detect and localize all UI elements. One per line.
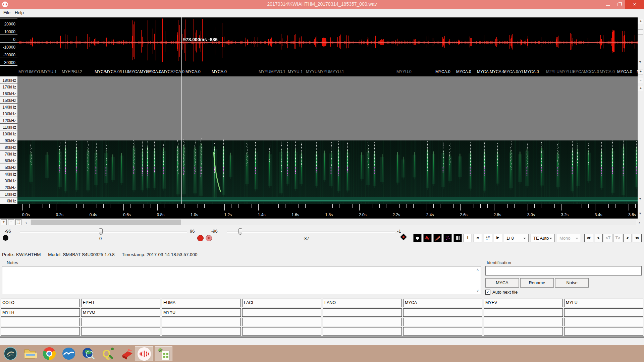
waveform-canvas[interactable] xyxy=(17,17,638,68)
scrollbar-track[interactable] xyxy=(30,220,636,225)
species-grid-cell[interactable] xyxy=(403,318,482,326)
species-grid-cell[interactable]: COTO xyxy=(1,299,80,307)
pink-indicator[interactable] xyxy=(206,235,212,241)
species-grid-cell[interactable] xyxy=(242,308,321,317)
scroll-down-icon[interactable]: ∨ xyxy=(476,289,479,293)
page-select[interactable]: 1/ 8 xyxy=(504,234,529,242)
nav-button-5[interactable]: ≫ xyxy=(633,234,642,242)
te-mode-select[interactable]: TE Auto xyxy=(531,234,555,242)
species-grid-cell[interactable]: MYLU xyxy=(564,299,643,307)
spectrogram-scroll-down-icon[interactable]: ▼ xyxy=(639,197,642,200)
label-row-add-button[interactable]: + xyxy=(638,69,643,74)
chrome-button[interactable] xyxy=(42,346,57,361)
identification-input[interactable] xyxy=(485,266,642,276)
species-grid-cell[interactable]: EPFU xyxy=(81,299,160,307)
amp-tick-line xyxy=(0,65,17,66)
black-indicator[interactable] xyxy=(3,235,8,241)
gain-slider-thumb[interactable] xyxy=(99,228,103,235)
scrollbar-thumb[interactable] xyxy=(31,220,181,225)
openoffice-button[interactable] xyxy=(61,346,76,361)
house-app-button[interactable] xyxy=(155,346,172,361)
threshold-slider-track[interactable] xyxy=(227,231,395,233)
waveform-view-button[interactable] xyxy=(423,234,432,242)
species-grid-cell[interactable] xyxy=(564,318,643,326)
bars-view-button[interactable] xyxy=(453,234,462,242)
species-grid-cell[interactable] xyxy=(564,308,643,317)
alpha-button[interactable]: ∝ xyxy=(474,234,482,242)
restore-button[interactable] xyxy=(614,0,625,9)
species-grid-cell[interactable]: MYTH xyxy=(1,308,80,317)
species-grid-cell[interactable] xyxy=(81,318,160,326)
globe-app-button[interactable] xyxy=(80,346,96,361)
species-grid-cell[interactable] xyxy=(242,318,321,326)
zoom-selection-button[interactable]: ⬚ xyxy=(15,219,21,225)
sweep-view-button[interactable] xyxy=(433,234,442,242)
start-button[interactable] xyxy=(3,346,18,361)
sketchup-button[interactable] xyxy=(119,346,135,361)
species-grid-cell[interactable]: MYYU xyxy=(162,308,241,317)
scroll-left-icon[interactable]: ‹ xyxy=(25,220,27,225)
play-button[interactable]: ▶ xyxy=(494,234,502,242)
species-grid-cell[interactable] xyxy=(403,308,482,317)
waveform-zoom-in-button[interactable]: + xyxy=(638,19,643,24)
kaleidoscope-app-button[interactable] xyxy=(135,346,153,361)
species-grid-cell[interactable] xyxy=(484,327,563,336)
species-grid-cell[interactable] xyxy=(1,327,80,336)
rename-button[interactable]: Rename xyxy=(520,278,554,288)
spectrogram-zoom-in-button[interactable]: + xyxy=(638,86,643,91)
species-grid-cell[interactable] xyxy=(81,327,160,336)
channel-select[interactable]: Mono xyxy=(557,234,581,242)
call-species-label: MYYU.1 xyxy=(288,69,303,74)
species-grid-cell[interactable] xyxy=(162,318,241,326)
notes-textarea[interactable]: ∧ ∨ xyxy=(2,266,481,294)
minimize-button[interactable] xyxy=(602,0,614,9)
species-grid-cell[interactable] xyxy=(323,327,402,336)
species-grid-cell[interactable] xyxy=(242,327,321,336)
menu-help[interactable]: Help xyxy=(13,10,25,15)
scroll-right-icon[interactable]: › xyxy=(639,220,640,225)
species-grid-cell[interactable]: MYCA xyxy=(403,299,482,307)
waveform-scroll-down-icon[interactable]: ▼ xyxy=(639,60,642,64)
binary-button[interactable]: 1 00 1 xyxy=(484,234,492,242)
nav-button-4[interactable]: > xyxy=(623,234,632,242)
species-grid-cell[interactable] xyxy=(1,318,80,326)
nav-button-3[interactable]: T> xyxy=(613,234,622,242)
scroll-up-icon[interactable]: ∧ xyxy=(476,267,479,272)
species-grid-cell[interactable] xyxy=(484,308,563,317)
species-grid-cell[interactable] xyxy=(564,327,643,336)
menu-file[interactable]: File xyxy=(2,10,12,15)
species-grid-cell[interactable]: MYVO xyxy=(81,308,160,317)
time-axis-scroll-down-icon[interactable]: ▼ xyxy=(639,212,642,215)
species-grid-cell[interactable]: MYEV xyxy=(484,299,563,307)
gain-slider-track[interactable] xyxy=(20,231,187,233)
noise-button[interactable]: Noise xyxy=(555,278,589,288)
auto-next-checkbox[interactable]: ✓ xyxy=(485,290,490,295)
time-tick-label: 1.6s xyxy=(291,213,299,217)
zoom-out-button[interactable]: − xyxy=(8,219,14,225)
species-grid-cell[interactable] xyxy=(323,318,402,326)
spectrogram-zoom-out-button[interactable]: − xyxy=(638,78,643,83)
trigger-indicator[interactable] xyxy=(400,234,407,240)
species-grid-cell[interactable] xyxy=(484,318,563,326)
nav-button-1[interactable]: < xyxy=(594,234,603,242)
threshold-slider-thumb[interactable] xyxy=(238,228,242,235)
species-grid-cell[interactable]: LACI xyxy=(242,299,321,307)
species-grid-cell[interactable] xyxy=(403,327,482,336)
nav-button-0[interactable]: ≪ xyxy=(584,234,593,242)
zoom-in-button[interactable]: + xyxy=(1,219,7,225)
id-species-button[interactable]: MYCA xyxy=(485,278,519,288)
red-indicator[interactable] xyxy=(197,235,204,241)
file-explorer-button[interactable] xyxy=(22,346,38,361)
species-grid-cell[interactable]: LANO xyxy=(323,299,402,307)
qgis-button[interactable]: Q xyxy=(100,346,115,361)
spectrogram-canvas[interactable] xyxy=(17,76,638,204)
monitor-button[interactable] xyxy=(413,234,422,242)
waveform-zoom-out-button[interactable]: − xyxy=(638,29,643,35)
species-grid-cell[interactable] xyxy=(323,308,402,317)
info-button[interactable]: i xyxy=(464,234,472,242)
species-grid-cell[interactable] xyxy=(162,327,241,336)
dots-view-button[interactable] xyxy=(443,234,452,242)
species-grid-cell[interactable]: EUMA xyxy=(162,299,241,307)
close-button[interactable]: × xyxy=(625,0,644,9)
nav-button-2[interactable]: <T xyxy=(604,234,612,242)
